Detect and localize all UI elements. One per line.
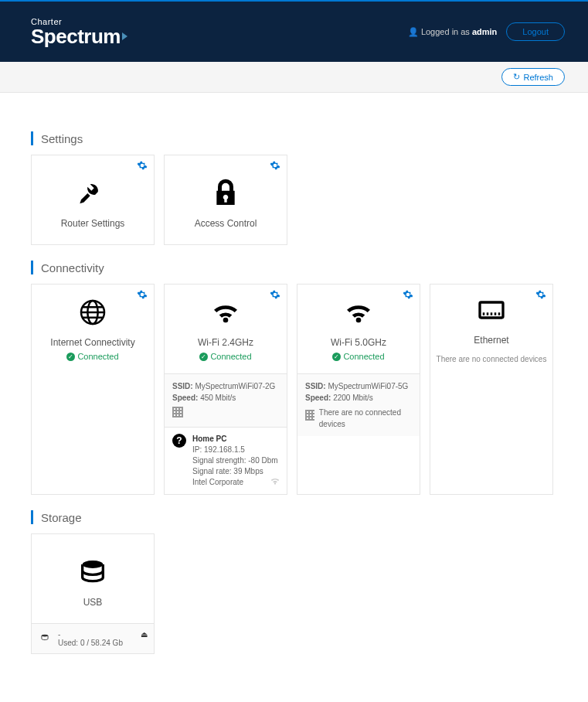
card-access-control[interactable]: Access Control bbox=[164, 155, 287, 245]
refresh-icon: ↻ bbox=[513, 72, 520, 82]
check-icon: ✓ bbox=[332, 353, 341, 361]
gear-icon[interactable] bbox=[137, 289, 148, 302]
disk-icon bbox=[39, 632, 50, 645]
unknown-device-icon: ? bbox=[172, 434, 186, 448]
no-devices-text: There are no connected devices bbox=[432, 355, 552, 370]
card-title: Wi-Fi 2.4GHz bbox=[198, 337, 253, 348]
triangle-icon bbox=[122, 32, 127, 40]
globe-icon bbox=[77, 297, 108, 328]
logout-button[interactable]: Logout bbox=[506, 22, 565, 41]
wifi-details: SSID: MySpectrumWiFi07-5G Speed: 2200 Mb… bbox=[297, 373, 420, 436]
wifi-icon bbox=[210, 297, 241, 328]
section-title-connectivity: Connectivity bbox=[31, 261, 557, 274]
eject-icon[interactable]: ⏏ bbox=[141, 630, 148, 639]
sub-header: ↻ Refresh bbox=[0, 62, 588, 93]
card-usb[interactable]: USB - Used: 0 / 58.24 Gb ⏏ bbox=[31, 533, 155, 654]
no-devices-text: There are no connected devices bbox=[319, 407, 412, 430]
tools-icon bbox=[77, 178, 108, 209]
user-status: 👤 Logged in as admin bbox=[408, 27, 498, 37]
qr-icon[interactable] bbox=[172, 407, 183, 417]
header-right: 👤 Logged in as admin Logout bbox=[408, 22, 565, 41]
card-title: Wi-Fi 5.0GHz bbox=[331, 337, 386, 348]
storage-icon bbox=[77, 557, 108, 588]
status-badge: ✓Connected bbox=[199, 351, 251, 362]
ethernet-icon bbox=[476, 295, 507, 325]
card-title: Ethernet bbox=[474, 335, 508, 346]
card-title: Router Settings bbox=[61, 218, 125, 229]
storage-used: Used: 0 / 58.24 Gb bbox=[58, 639, 123, 647]
section-title-settings: Settings bbox=[31, 131, 557, 145]
card-title: Access Control bbox=[195, 218, 257, 229]
card-router-settings[interactable]: Router Settings bbox=[31, 155, 155, 245]
device-signal-rate: Signal rate: 39 Mbps bbox=[192, 466, 278, 477]
refresh-button[interactable]: ↻ Refresh bbox=[501, 68, 565, 86]
lock-icon bbox=[210, 178, 241, 209]
svg-rect-2 bbox=[480, 302, 503, 318]
qr-icon[interactable] bbox=[305, 410, 314, 421]
svg-point-4 bbox=[42, 635, 48, 637]
section-title-storage: Storage bbox=[31, 510, 557, 524]
wifi-icon bbox=[343, 297, 374, 328]
wifi-details: SSID: MySpectrumWiFi07-2G Speed: 450 Mbi… bbox=[165, 373, 287, 427]
top-header: Charter Spectrum 👤 Logged in as admin Lo… bbox=[0, 0, 588, 62]
brand-main: Spectrum bbox=[31, 26, 127, 46]
device-name: Home PC bbox=[192, 434, 278, 445]
storage-details: - Used: 0 / 58.24 Gb ⏏ bbox=[32, 623, 154, 653]
check-icon: ✓ bbox=[199, 353, 208, 361]
device-signal-strength: Signal strength: -80 Dbm bbox=[192, 455, 278, 466]
gear-icon[interactable] bbox=[403, 289, 413, 302]
brand-logo: Charter Spectrum bbox=[31, 18, 127, 46]
card-wifi-24ghz[interactable]: Wi-Fi 2.4GHz ✓Connected SSID: MySpectrum… bbox=[164, 284, 287, 495]
connected-device[interactable]: ? Home PC IP: 192.168.1.5 Signal strengt… bbox=[165, 427, 287, 494]
status-badge: ✓Connected bbox=[332, 351, 384, 362]
accent-bar-icon bbox=[31, 131, 33, 145]
main-content: Settings Router Settings Access Control … bbox=[0, 93, 588, 677]
card-internet-connectivity[interactable]: Internet Connectivity ✓Connected bbox=[31, 284, 155, 495]
svg-point-3 bbox=[83, 561, 104, 568]
signal-icon bbox=[270, 475, 280, 488]
card-wifi-5ghz[interactable]: Wi-Fi 5.0GHz ✓Connected SSID: MySpectrum… bbox=[297, 284, 420, 495]
card-title: Internet Connectivity bbox=[50, 337, 134, 348]
device-vendor: Intel Corporate bbox=[192, 477, 278, 488]
status-badge: ✓Connected bbox=[66, 351, 118, 362]
device-ip: IP: 192.168.1.5 bbox=[192, 445, 278, 455]
gear-icon[interactable] bbox=[270, 289, 280, 302]
check-icon: ✓ bbox=[66, 353, 75, 361]
gear-icon[interactable] bbox=[535, 289, 546, 302]
accent-bar-icon bbox=[31, 261, 33, 274]
card-title: USB bbox=[83, 597, 103, 608]
storage-label: - bbox=[58, 630, 123, 639]
gear-icon[interactable] bbox=[137, 160, 148, 173]
accent-bar-icon bbox=[31, 510, 33, 524]
user-icon: 👤 bbox=[408, 27, 419, 36]
gear-icon[interactable] bbox=[270, 160, 280, 173]
card-ethernet[interactable]: Ethernet There are no connected devices bbox=[430, 284, 553, 495]
